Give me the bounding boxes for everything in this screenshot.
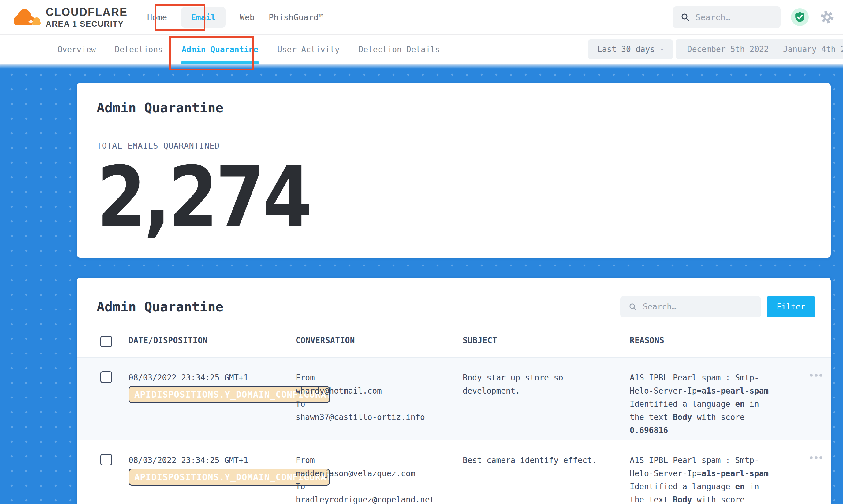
header-checkbox-cell <box>97 336 124 349</box>
reasons-cell: A1S IPBL Pearl spam : Smtp-Helo-Server-I… <box>626 454 771 504</box>
logo-brand: CLOUDFLARE <box>46 6 128 18</box>
date-range-text: December 5th 2022 — January 4th 2023 <box>687 44 843 54</box>
global-search-placeholder: Search… <box>696 13 731 22</box>
chevron-down-icon: ▾ <box>660 46 664 53</box>
table-row: 08/03/2022 23:34:25 GMT+1APIDISPOSITIONS… <box>77 358 831 440</box>
nav-item-email[interactable]: Email <box>181 7 226 28</box>
tab-detection-details[interactable]: Detection Details <box>358 35 440 64</box>
top-bar: CLOUDFLARE AREA 1 SECURITY HomeEmailWebP… <box>0 0 843 35</box>
nav-item-home[interactable]: Home <box>147 13 167 22</box>
gear-icon[interactable] <box>819 9 835 25</box>
row-actions-cell <box>771 454 831 460</box>
to-label: To <box>296 480 458 493</box>
table-card-header: Admin Quarantine Search… Filter <box>77 278 831 318</box>
quarantine-table-card: Admin Quarantine Search… Filter DATE/DIS… <box>77 278 831 504</box>
to-address: shawn37@castillo-ortiz.info <box>296 411 458 424</box>
date-range-dropdown-label: Last 30 days <box>597 44 655 54</box>
row-menu-icon[interactable] <box>810 456 831 460</box>
date-range-display[interactable]: December 5th 2022 — January 4th 2023 <box>675 39 843 59</box>
global-search-input[interactable]: Search… <box>673 6 780 28</box>
row-checkbox-cell <box>97 371 124 387</box>
from-address: whardy@hotmail.com <box>296 384 458 398</box>
column-header-conversation: CONVERSATION <box>291 336 458 345</box>
row-checkbox-cell <box>97 454 124 469</box>
row-checkbox[interactable] <box>100 371 112 383</box>
table-card-title: Admin Quarantine <box>97 299 223 314</box>
reasons-cell: A1S IPBL Pearl spam : Smtp-Helo-Server-I… <box>626 371 771 437</box>
to-address: bradleyrodriguez@copeland.net <box>296 493 458 504</box>
total-quarantined-value: 2,274 <box>97 162 697 232</box>
nav-item-phishguard[interactable]: PhishGuard™ <box>269 13 323 22</box>
column-header-date-disposition: DATE/DISPOSITION <box>124 336 291 345</box>
row-checkbox[interactable] <box>100 454 112 466</box>
top-nav: HomeEmailWebPhishGuard™ <box>147 7 323 28</box>
conversation-cell: Frommaddenjason@velazquez.comTobradleyro… <box>291 454 458 504</box>
table-header: DATE/DISPOSITIONCONVERSATIONSUBJECTREASO… <box>77 330 831 358</box>
nav-item-web[interactable]: Web <box>240 13 254 22</box>
tab-detections[interactable]: Detections <box>115 35 163 64</box>
select-all-checkbox[interactable] <box>100 336 112 347</box>
table-controls: Search… Filter <box>620 296 815 318</box>
from-label: From <box>296 371 458 384</box>
date-range-dropdown[interactable]: Last 30 days ▾ <box>588 39 673 59</box>
cloudflare-cloud-icon <box>11 8 41 26</box>
table-row: 08/03/2022 23:34:25 GMT+1APIDISPOSITIONS… <box>77 440 831 504</box>
column-header-subject: SUBJECT <box>458 336 626 345</box>
row-date: 08/03/2022 23:34:25 GMT+1 <box>128 454 291 467</box>
from-address: maddenjason@velazquez.com <box>296 467 458 480</box>
sub-nav: OverviewDetectionsAdmin QuarantineUser A… <box>0 35 843 64</box>
subject-cell: Body star up store so development. <box>458 371 626 398</box>
logo-subtitle: AREA 1 SECURITY <box>46 20 128 29</box>
from-label: From <box>296 454 458 467</box>
date-disposition-cell: 08/03/2022 23:34:25 GMT+1 <box>124 454 291 467</box>
row-date: 08/03/2022 23:34:25 GMT+1 <box>128 371 291 384</box>
top-right-controls: Search… <box>673 6 843 28</box>
summary-card: Admin Quarantine TOTAL EMAILS QUARANTINE… <box>77 83 831 257</box>
table-search-placeholder: Search… <box>643 302 677 311</box>
subject-cell: Best camera identify effect. <box>458 454 626 467</box>
table-body: 08/03/2022 23:34:25 GMT+1APIDISPOSITIONS… <box>77 358 831 504</box>
conversation-cell: Fromwhardy@hotmail.comToshawn37@castillo… <box>291 371 458 424</box>
protection-status-badge[interactable] <box>791 8 809 26</box>
search-icon <box>681 13 689 21</box>
cloudflare-logo: CLOUDFLARE AREA 1 SECURITY <box>11 6 128 28</box>
summary-card-title: Admin Quarantine <box>97 83 811 115</box>
tab-overview[interactable]: Overview <box>57 35 96 64</box>
tab-admin-quarantine[interactable]: Admin Quarantine <box>182 35 258 64</box>
table-search-input[interactable]: Search… <box>620 296 761 318</box>
shield-check-icon <box>795 12 805 23</box>
row-actions-cell <box>771 371 831 377</box>
search-icon <box>629 303 637 311</box>
tab-user-activity[interactable]: User Activity <box>277 35 340 64</box>
filter-button[interactable]: Filter <box>767 296 815 318</box>
date-disposition-cell: 08/03/2022 23:34:25 GMT+1 <box>124 371 291 384</box>
to-label: To <box>296 398 458 411</box>
logo-text: CLOUDFLARE AREA 1 SECURITY <box>46 6 128 28</box>
content-area: Admin Quarantine TOTAL EMAILS QUARANTINE… <box>0 64 843 504</box>
column-header-reasons: REASONS <box>626 336 771 345</box>
row-menu-icon[interactable] <box>810 374 831 377</box>
page: CLOUDFLARE AREA 1 SECURITY HomeEmailWebP… <box>0 0 843 504</box>
